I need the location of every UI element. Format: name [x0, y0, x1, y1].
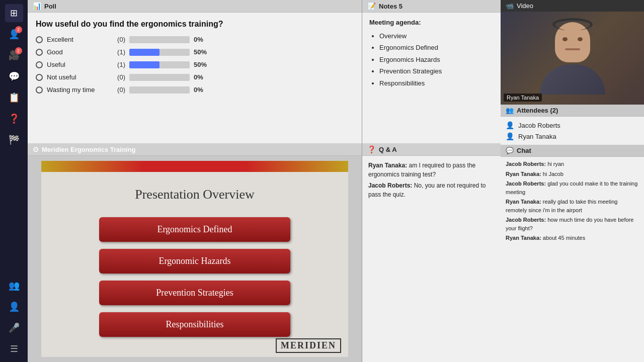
sidebar-icon-mic[interactable]: 🎤	[5, 319, 23, 337]
sidebar-icon-profile[interactable]: 👤	[5, 298, 23, 316]
chat-text: about 45 minutes	[543, 235, 585, 241]
notes-list-item: Ergonomics Hazards	[379, 54, 494, 65]
attendee-name: Jacob Roberts	[518, 122, 560, 129]
camera-badge: 2	[15, 47, 22, 54]
poll-label: Excellent	[47, 36, 107, 43]
slide-button[interactable]: Responsibilities	[99, 312, 290, 337]
slide-button[interactable]: Prevention Strategies	[99, 281, 290, 305]
chat-speaker: Jacob Roberts:	[506, 217, 547, 223]
qa-speaker: Jacob Roberts:	[368, 182, 414, 189]
notes-list-item: Overview	[379, 30, 494, 42]
slide-top-bar	[41, 161, 348, 172]
chat-message: Ryan Tanaka: really glad to take this me…	[506, 198, 639, 214]
poll-header-label: Poll	[44, 3, 56, 10]
qa-speaker: Ryan Tanaka:	[368, 162, 409, 169]
attendee-icon: 👤	[506, 121, 514, 129]
chat-message: Jacob Roberts: glad you could make it to…	[506, 179, 639, 196]
slide-content: Presentation Overview Ergonomics Defined…	[41, 161, 348, 357]
poll-question: How useful do you find the ergonomics tr…	[36, 20, 354, 29]
poll-icon: 📊	[33, 2, 41, 10]
attendee-item: 👤Jacob Roberts	[506, 120, 639, 131]
attendees-icon: 👥	[506, 107, 514, 114]
sidebar-icon-flag[interactable]: 🏁	[5, 131, 23, 149]
poll-option[interactable]: Wasting my time (0) 0%	[36, 86, 354, 94]
chat-message: Jacob Roberts: how much time do you have…	[506, 216, 639, 232]
poll-radio[interactable]	[36, 49, 43, 56]
presentation-icon: ⊙	[33, 145, 39, 153]
notes-list: OverviewErgonomics DefinedErgonomics Haz…	[369, 30, 494, 89]
chat-icon: 💬	[506, 147, 514, 154]
sidebar-icon-menu[interactable]: ☰	[5, 340, 23, 358]
poll-percent: 0%	[194, 86, 211, 94]
chat-speaker: Ryan Tanaka:	[506, 171, 543, 177]
poll-percent: 50%	[194, 48, 211, 56]
slide-button[interactable]: Ergonomic Hazards	[99, 249, 290, 274]
video-person	[501, 12, 644, 105]
video-header: 📹 Video	[501, 0, 644, 12]
user-badge: 2	[15, 26, 22, 33]
poll-header: 📊 Poll	[28, 0, 362, 13]
notes-list-item: Responsibilities	[379, 77, 494, 89]
poll-radio[interactable]	[36, 36, 43, 43]
poll-percent: 0%	[194, 73, 211, 81]
attendees-header: 👥 Attendees (2)	[501, 105, 644, 117]
notes-body: Meeting agenda: OverviewErgonomics Defin…	[362, 13, 501, 95]
poll-option[interactable]: Good (1) 50%	[36, 48, 354, 56]
poll-radio[interactable]	[36, 61, 43, 68]
qa-message: Ryan Tanaka: am I required to pass the e…	[368, 161, 495, 179]
poll-body: How useful do you find the ergonomics tr…	[28, 13, 362, 106]
chat-header: 💬 Chat	[501, 145, 644, 157]
video-header-label: Video	[517, 2, 533, 10]
qa-header: ❓ Q & A	[362, 143, 501, 156]
sidebar-icon-help[interactable]: ❓	[5, 110, 23, 128]
chat-panel: 💬 Chat Jacob Roberts: hi ryanRyan Tanaka…	[501, 145, 644, 362]
chat-text: hi ryan	[547, 161, 564, 167]
poll-panel: 📊 Poll How useful do you find the ergono…	[28, 0, 362, 143]
sidebar-icon-user[interactable]: 👤2	[5, 25, 23, 43]
sidebar-icon-camera[interactable]: 🎥2	[5, 46, 23, 64]
chat-speaker: Ryan Tanaka:	[506, 199, 543, 205]
poll-count: (0)	[111, 86, 125, 94]
chat-speaker: Jacob Roberts:	[506, 161, 547, 167]
poll-bar-container	[129, 61, 190, 68]
video-name-tag: Ryan Tanaka	[504, 94, 542, 102]
poll-label: Not useful	[47, 73, 107, 81]
slide-title: Presentation Overview	[135, 187, 255, 202]
qa-header-label: Q & A	[379, 146, 397, 153]
chat-text: hi Jacob	[543, 171, 564, 177]
poll-bar-container	[129, 86, 190, 94]
poll-label: Useful	[47, 61, 107, 68]
slide-logo: MERIDIEN	[276, 338, 341, 353]
qa-icon: ❓	[367, 145, 376, 153]
chat-body: Jacob Roberts: hi ryanRyan Tanaka: hi Ja…	[501, 157, 644, 362]
video-thumbnail: Ryan Tanaka	[501, 12, 644, 105]
poll-percent: 0%	[194, 36, 211, 43]
bottom-row: ⊙ Meridien Ergonomics Training Presentat…	[28, 143, 501, 362]
right-column: 📹 Video Ryan Tanaka	[501, 0, 644, 362]
sidebar-icon-notes[interactable]: 📋	[5, 88, 23, 107]
poll-radio[interactable]	[36, 86, 43, 94]
attendees-body: 👤Jacob Roberts👤Ryan Tanaka	[501, 117, 644, 145]
poll-count: (0)	[111, 73, 125, 81]
poll-option[interactable]: Useful (1) 50%	[36, 61, 354, 68]
poll-label: Wasting my time	[47, 86, 107, 94]
chat-message: Ryan Tanaka: hi Jacob	[506, 170, 639, 178]
presentation-header: ⊙ Meridien Ergonomics Training	[28, 143, 362, 156]
poll-bar-container	[129, 36, 190, 43]
chat-speaker: Ryan Tanaka:	[506, 235, 543, 241]
presentation-header-label: Meridien Ergonomics Training	[42, 146, 135, 153]
slide-button[interactable]: Ergonomics Defined	[99, 217, 290, 242]
attendee-item: 👤Ryan Tanaka	[506, 131, 639, 142]
notes-list-item: Ergonomics Defined	[379, 42, 494, 53]
sidebar-icon-grid[interactable]: ⊞	[5, 4, 23, 22]
poll-bar-fill	[129, 49, 159, 56]
slide-buttons: Ergonomics DefinedErgonomic HazardsPreve…	[99, 217, 290, 337]
sidebar-icon-people[interactable]: 👥	[5, 277, 23, 295]
poll-radio[interactable]	[36, 74, 43, 81]
poll-option[interactable]: Excellent (0) 0%	[36, 36, 354, 43]
person-head	[555, 22, 590, 62]
qa-panel: ❓ Q & A Ryan Tanaka: am I required to pa…	[362, 143, 501, 362]
presentation-body: Presentation Overview Ergonomics Defined…	[28, 156, 362, 362]
sidebar-icon-chat[interactable]: 💬	[5, 67, 23, 85]
poll-option[interactable]: Not useful (0) 0%	[36, 73, 354, 81]
